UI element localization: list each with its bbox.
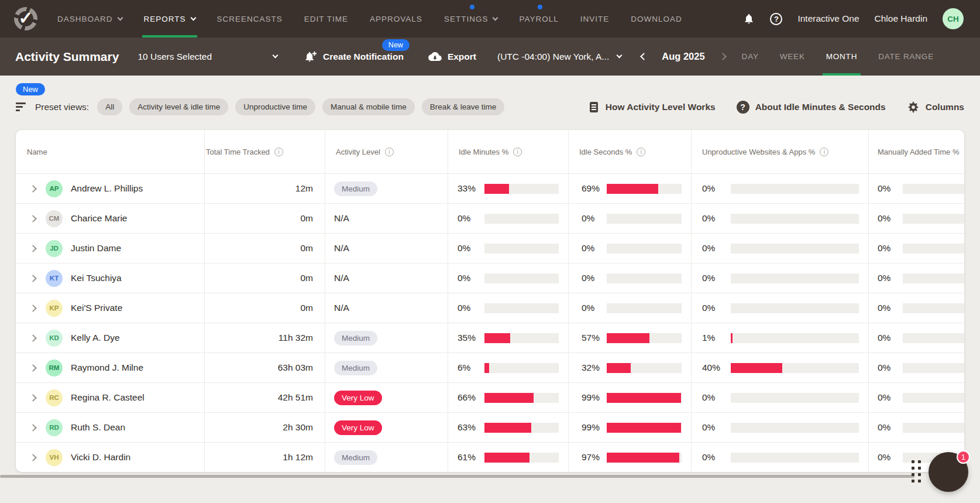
info-icon[interactable]: i [274, 148, 283, 156]
tab-date-range[interactable]: DATE RANGE [878, 37, 934, 76]
info-icon[interactable]: i [513, 148, 522, 156]
new-feature-badge: New [16, 83, 45, 95]
chip-unproductive[interactable]: Unproductive time [235, 98, 315, 115]
progress-bar [731, 393, 859, 403]
chip-manual-mobile[interactable]: Manual & mobile time [322, 98, 415, 115]
expand-row-icon[interactable] [29, 304, 37, 312]
expand-row-icon[interactable] [29, 185, 37, 193]
nav-item-approvals[interactable]: APPROVALS [370, 0, 422, 37]
expand-row-icon[interactable] [29, 334, 37, 342]
nav-item-screencasts[interactable]: SCREENCASTS [217, 0, 283, 37]
percent-value: 0% [702, 452, 731, 463]
column-header-unproductive[interactable]: Unproductive Websites & Apps %i [692, 130, 869, 173]
activity-level-badge: Medium [334, 450, 377, 465]
progress-bar [607, 423, 682, 433]
avatar: CM [46, 210, 63, 227]
export-button[interactable]: Export [428, 37, 476, 76]
activity-level-badge: Very Low [334, 420, 382, 435]
company-name[interactable]: Interactive One [797, 13, 859, 24]
percent-value: 0% [878, 422, 903, 433]
nav-item-settings[interactable]: SETTINGS [444, 0, 498, 37]
horizontal-scrollbar[interactable] [0, 475, 914, 478]
percent-value: 0% [582, 273, 607, 283]
table-row[interactable]: JDJustin Dame0mN/A0%0%0%0% [16, 233, 964, 263]
progress-bar [731, 214, 859, 224]
about-idle-minutes-link[interactable]: ? About Idle Minutes & Seconds [737, 101, 886, 114]
bell-icon[interactable] [743, 12, 755, 25]
percent-cell: 0% [692, 383, 869, 412]
nav-item-dashboard[interactable]: DASHBOARD [57, 0, 122, 37]
table-row[interactable]: VHVicki D. Hardin1h 12mMedium61%97%0%0% [16, 442, 964, 472]
tab-week[interactable]: WEEK [780, 37, 805, 76]
column-header-activity-level[interactable]: Activity Leveli [325, 130, 448, 173]
notification-dot [470, 5, 474, 9]
table-row[interactable]: RMRaymond J. Milne63h 03mMedium6%32%40%0… [16, 353, 964, 382]
column-header-manually-added[interactable]: Manually Added Time % [869, 130, 964, 173]
info-icon[interactable]: i [820, 148, 828, 156]
tab-month[interactable]: MONTH [826, 37, 858, 76]
name-cell: KTKei Tsuchiya [16, 264, 205, 293]
nav-item-invite[interactable]: INVITE [580, 0, 610, 37]
percent-cell: 0% [869, 174, 964, 203]
filter-icon[interactable] [16, 102, 26, 111]
percent-value: 0% [702, 303, 731, 313]
nav-item-reports[interactable]: REPORTS [144, 0, 195, 37]
expand-row-icon[interactable] [29, 364, 37, 372]
table-row[interactable]: KPKei'S Private0mN/A0%0%0%0% [16, 293, 964, 323]
percent-cell: 0% [692, 234, 869, 263]
chevron-down-icon [273, 53, 278, 59]
table-row[interactable]: APAndrew L. Phillips12mMedium33%69%0%0% [16, 173, 964, 203]
percent-value: 99% [582, 392, 607, 403]
previous-period-icon[interactable] [640, 53, 648, 60]
chip-all[interactable]: All [97, 98, 122, 115]
expand-row-icon[interactable] [29, 394, 37, 402]
nav-item-download[interactable]: DOWNLOAD [631, 0, 682, 37]
percent-value: 99% [582, 422, 607, 433]
expand-row-icon[interactable] [29, 245, 37, 252]
how-activity-level-works-link[interactable]: How Activity Level Works [588, 101, 716, 113]
column-header-idle-seconds[interactable]: Idle Seconds %i [569, 130, 692, 173]
timezone-selector[interactable]: (UTC -04:00) New York, A... [497, 52, 621, 62]
table-row[interactable]: KTKei Tsuchiya0mN/A0%0%0%0% [16, 263, 964, 293]
percent-value: 0% [878, 452, 903, 463]
table-row[interactable]: RCRegina R. Casteel42h 51mVery Low66%99%… [16, 382, 964, 412]
percent-value: 66% [458, 392, 484, 403]
chip-activity-idle[interactable]: Activity level & idle time [129, 98, 228, 115]
table-row[interactable]: RDRuth S. Dean2h 30mVery Low63%99%0%0% [16, 412, 964, 442]
expand-row-icon[interactable] [29, 275, 37, 282]
progress-bar [607, 453, 682, 463]
total-time-cell: 12m [205, 174, 325, 203]
users-selector[interactable]: 10 Users Selected [137, 52, 277, 62]
progress-bar [484, 303, 559, 313]
expand-row-icon[interactable] [29, 454, 37, 461]
column-header-total-time[interactable]: Total Time Trackedi [205, 130, 325, 173]
create-notification-button[interactable]: New Create Notification [304, 37, 404, 76]
expand-row-icon[interactable] [29, 215, 37, 223]
drag-handle[interactable] [912, 460, 921, 483]
total-time-cell: 63h 03m [205, 353, 325, 382]
tab-day[interactable]: DAY [742, 37, 759, 76]
user-avatar[interactable]: CH [943, 8, 964, 29]
progress-bar [607, 303, 682, 313]
nav-item-payroll[interactable]: PAYROLL [519, 0, 558, 37]
info-icon[interactable]: i [637, 148, 645, 156]
table-row[interactable]: CMCharice Marie0mN/A0%0%0%0% [16, 203, 964, 233]
nav-item-edit-time[interactable]: EDIT TIME [304, 0, 348, 37]
user-name-label[interactable]: Chloe Hardin [875, 13, 927, 24]
table-row[interactable]: KDKelly A. Dye11h 32mMedium35%57%1%0% [16, 323, 964, 353]
columns-button[interactable]: Columns [907, 101, 964, 114]
chat-widget-button[interactable]: 1 [929, 452, 968, 492]
progress-bar [484, 453, 559, 463]
help-icon[interactable]: ? [770, 13, 782, 25]
avatar: RD [46, 419, 63, 436]
next-period-icon[interactable] [719, 53, 727, 60]
column-header-name[interactable]: Name [16, 130, 205, 173]
percent-value: 33% [458, 183, 484, 194]
expand-row-icon[interactable] [29, 424, 37, 432]
app-logo-icon[interactable]: ✓ [14, 7, 37, 30]
user-name: Charice Marie [71, 213, 127, 224]
chip-break-leave[interactable]: Break & leave time [422, 98, 504, 115]
column-header-idle-minutes[interactable]: Idle Minutes %i [448, 130, 569, 173]
info-icon[interactable]: i [385, 148, 394, 156]
percent-cell: 0% [569, 234, 692, 263]
